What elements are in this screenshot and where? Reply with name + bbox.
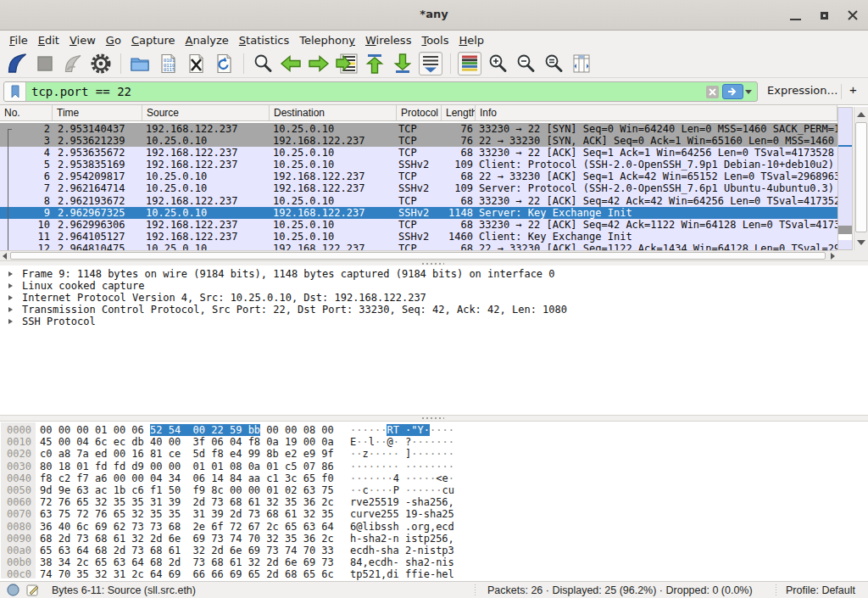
profile-text[interactable]: Profile: Default <box>786 584 855 596</box>
vertical-scrollbar-thumb[interactable] <box>855 122 867 232</box>
go-last-button[interactable] <box>391 52 415 75</box>
zoom-reset-button[interactable] <box>542 52 565 75</box>
packet-row-12[interactable]: 122.96481047510.25.0.10192.168.122.237TC… <box>0 243 837 250</box>
scroll-right-arrow[interactable] <box>831 253 835 260</box>
menu-tools[interactable]: Tools <box>416 32 453 48</box>
column-header-info[interactable]: Info <box>476 105 837 121</box>
detail-row-0[interactable]: Frame 9: 1148 bytes on wire (9184 bits),… <box>0 268 868 280</box>
packet-row-10[interactable]: 102.962996306192.168.122.23710.25.0.10TC… <box>0 219 837 231</box>
close-button[interactable] <box>844 7 861 24</box>
packet-bytes-pane: 000000 00 00 01 00 06 52 54 00 22 59 bb … <box>0 422 868 581</box>
find-packet-button[interactable] <box>251 52 275 75</box>
zoom-in-button[interactable] <box>486 52 509 75</box>
stop-capture-button[interactable] <box>33 52 57 75</box>
hex-row-0010[interactable]: 001045 00 04 6c ec db 40 00 3f 06 04 f8 … <box>0 436 868 448</box>
column-header-protocol[interactable]: Protocol <box>397 105 442 121</box>
horizontal-scrollbar[interactable] <box>0 250 837 260</box>
minimize-button[interactable] <box>787 7 804 24</box>
auto-scroll-button[interactable] <box>419 52 442 75</box>
hex-row-0090[interactable]: 009068 2d 73 68 61 32 2d 6e 69 73 74 70 … <box>0 533 868 545</box>
hex-row-0020[interactable]: 0020c0 a8 7a ed 00 16 81 ce 5d f8 e4 99 … <box>0 448 868 460</box>
packet-row-4[interactable]: 42.953635672192.168.122.23710.25.0.10TCP… <box>0 147 837 159</box>
detail-row-2[interactable]: Internet Protocol Version 4, Src: 10.25.… <box>0 292 868 304</box>
save-file-button[interactable]: 010101100115 <box>156 52 180 75</box>
detail-row-4[interactable]: SSH Protocol <box>0 316 868 327</box>
hex-row-00b0[interactable]: 00b038 34 2c 65 63 64 68 2d 73 68 61 32 … <box>0 556 868 568</box>
horizontal-scrollbar-thumb[interactable] <box>10 252 826 260</box>
column-header-length[interactable]: Length <box>442 105 476 121</box>
scroll-down-arrow[interactable] <box>857 240 865 245</box>
packet-row-3[interactable]: 32.95362123910.25.0.10192.168.122.237TCP… <box>0 135 837 147</box>
go-back-button[interactable] <box>279 52 303 75</box>
scroll-left-arrow[interactable] <box>3 253 7 260</box>
expert-info-icon[interactable] <box>26 584 40 596</box>
capture-file-properties-icon[interactable] <box>7 584 19 596</box>
expression-button[interactable]: Expression… <box>767 84 838 97</box>
column-header-time[interactable]: Time <box>53 105 142 121</box>
filter-apply-button[interactable] <box>722 84 743 99</box>
expander-icon[interactable] <box>8 319 13 324</box>
menu-edit[interactable]: Edit <box>33 32 64 48</box>
column-header-destination[interactable]: Destination <box>270 105 397 121</box>
reload-file-button[interactable] <box>212 52 236 75</box>
zoom-out-button[interactable] <box>514 52 537 75</box>
packet-row-11[interactable]: 112.964105127192.168.122.23710.25.0.10SS… <box>0 231 837 243</box>
display-filter-field[interactable]: tcp.port == 22 <box>3 81 758 102</box>
detail-row-1[interactable]: Linux cooked capture <box>0 280 868 292</box>
packet-row-9[interactable]: 92.96296732510.25.0.10192.168.122.237SSH… <box>0 207 837 219</box>
packet-row-5[interactable]: 52.953835169192.168.122.23710.25.0.10SSH… <box>0 159 837 170</box>
expander-icon[interactable] <box>8 271 13 277</box>
hex-row-0000[interactable]: 000000 00 00 01 00 06 52 54 00 22 59 bb … <box>0 424 868 436</box>
menu-wireless[interactable]: Wireless <box>360 32 416 48</box>
hex-row-0080[interactable]: 008036 40 6c 69 62 73 73 68 2e 6f 72 67 … <box>0 521 868 533</box>
close-file-button[interactable] <box>184 52 208 75</box>
colorize-button[interactable] <box>458 52 481 75</box>
capture-options-button[interactable] <box>89 52 113 75</box>
display-filter-input[interactable]: tcp.port == 22 <box>26 85 705 98</box>
splitter-details-bytes[interactable] <box>0 415 868 422</box>
title-bar[interactable]: *any <box>0 0 868 31</box>
packet-row-8[interactable]: 82.962193672192.168.122.23710.25.0.10TCP… <box>0 195 837 207</box>
resize-columns-button[interactable] <box>570 52 593 75</box>
menu-view[interactable]: View <box>64 32 101 48</box>
filter-bookmark-button[interactable] <box>4 81 26 102</box>
hex-row-0040[interactable]: 0040f8 c2 f7 a6 00 00 04 34 06 14 84 aa … <box>0 472 868 484</box>
hex-row-0060[interactable]: 006072 76 65 32 35 35 31 39 2d 73 68 61 … <box>0 496 868 508</box>
maximize-button[interactable] <box>815 7 832 24</box>
packet-row-2[interactable]: 22.953140437192.168.122.23710.25.0.10TCP… <box>0 123 837 135</box>
detail-row-3[interactable]: Transmission Control Protocol, Src Port:… <box>0 304 868 316</box>
packet-row-7[interactable]: 72.96216471410.25.0.10192.168.122.237SSH… <box>0 182 837 194</box>
add-filter-button[interactable]: + <box>849 82 857 97</box>
menu-go[interactable]: Go <box>101 32 126 48</box>
restart-capture-button[interactable] <box>61 52 85 75</box>
column-header-no[interactable]: No. <box>0 105 53 121</box>
menu-telephony[interactable]: Telephony <box>294 32 360 48</box>
column-header-source[interactable]: Source <box>142 105 270 121</box>
packet-minimap[interactable] <box>837 107 853 250</box>
hex-row-00a0[interactable]: 00a065 63 64 68 2d 73 68 61 32 2d 6e 69 … <box>0 545 868 556</box>
go-to-packet-button[interactable] <box>335 52 359 75</box>
hex-row-0070[interactable]: 007063 75 72 76 65 32 35 35 31 39 2d 73 … <box>0 508 868 520</box>
apply-arrow-icon <box>727 87 739 96</box>
filter-clear-button[interactable] <box>705 85 720 99</box>
packet-row-6[interactable]: 62.95420981710.25.0.10192.168.122.237TCP… <box>0 170 837 182</box>
scroll-up-arrow[interactable] <box>857 112 865 117</box>
hex-row-00c0[interactable]: 00c074 70 35 32 31 2c 64 69 66 66 69 65 … <box>0 568 868 580</box>
hex-row-0050[interactable]: 00509d 9e 63 ac 1b c6 f1 50 f9 8c 00 00 … <box>0 484 868 496</box>
hex-row-0030[interactable]: 003080 18 01 fd fd d9 00 00 01 01 08 0a … <box>0 461 868 472</box>
open-file-button[interactable] <box>128 52 152 75</box>
expander-icon[interactable] <box>8 307 13 312</box>
menu-file[interactable]: File <box>4 32 33 48</box>
start-capture-button[interactable] <box>5 52 29 75</box>
go-forward-button[interactable] <box>307 52 331 75</box>
vertical-scrollbar[interactable] <box>854 107 868 250</box>
menu-analyze[interactable]: Analyze <box>181 32 234 48</box>
menu-help[interactable]: Help <box>453 32 489 48</box>
go-first-button[interactable] <box>363 52 387 75</box>
expander-icon[interactable] <box>8 283 13 288</box>
packet-list-header[interactable]: No.TimeSourceDestinationProtocolLengthIn… <box>0 105 837 121</box>
filter-dropdown-caret[interactable] <box>745 90 752 94</box>
expander-icon[interactable] <box>8 295 13 300</box>
menu-capture[interactable]: Capture <box>126 32 181 48</box>
menu-statistics[interactable]: Statistics <box>234 32 294 48</box>
